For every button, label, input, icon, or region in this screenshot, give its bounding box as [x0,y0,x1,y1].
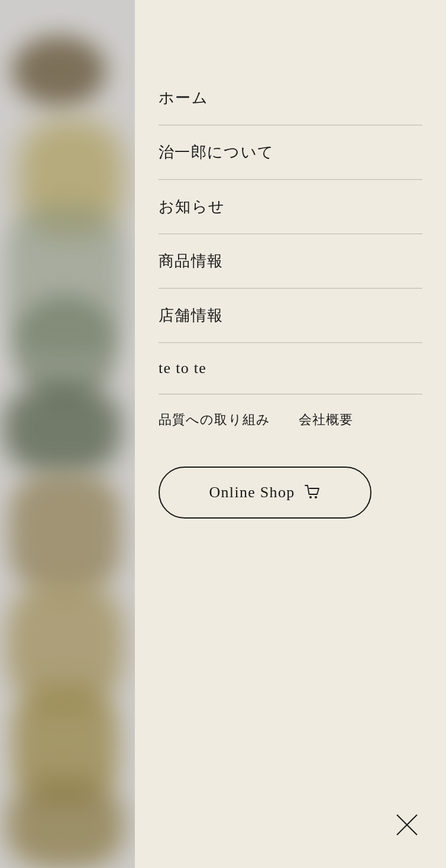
online-shop-section: Online Shop [135,445,446,519]
svg-point-1 [315,496,317,498]
menu-panel: ホーム 治一郎について お知らせ 商品情報 店舗情報 te to te 品質への… [135,0,446,868]
svg-point-0 [309,496,312,498]
nav-item-products: 商品情報 [135,234,446,289]
nav-item-about: 治一郎について [135,125,446,180]
nav-link-tetote[interactable]: te to te [135,343,446,394]
cart-icon [305,485,321,500]
nav-item-home: ホーム [135,71,446,125]
nav-link-products[interactable]: 商品情報 [135,234,446,288]
online-shop-button[interactable]: Online Shop [159,467,371,519]
nav-link-home[interactable]: ホーム [135,71,446,125]
nav-item-store: 店舗情報 [135,289,446,343]
nav-item-news: お知らせ [135,180,446,234]
nav-item-tetote: te to te [135,343,446,394]
nav-link-store[interactable]: 店舗情報 [135,289,446,342]
nav-link-about[interactable]: 治一郎について [135,125,446,179]
close-menu-button[interactable] [392,809,422,840]
online-shop-label: Online Shop [209,484,295,501]
background-panel [0,0,135,868]
nav-link-quality[interactable]: 品質への取り組み [159,411,270,429]
nav-link-news[interactable]: お知らせ [135,180,446,234]
sub-links-row: 品質への取り組み 会社概要 [135,394,446,445]
close-icon [393,810,421,838]
nav-link-company[interactable]: 会社概要 [299,411,353,429]
